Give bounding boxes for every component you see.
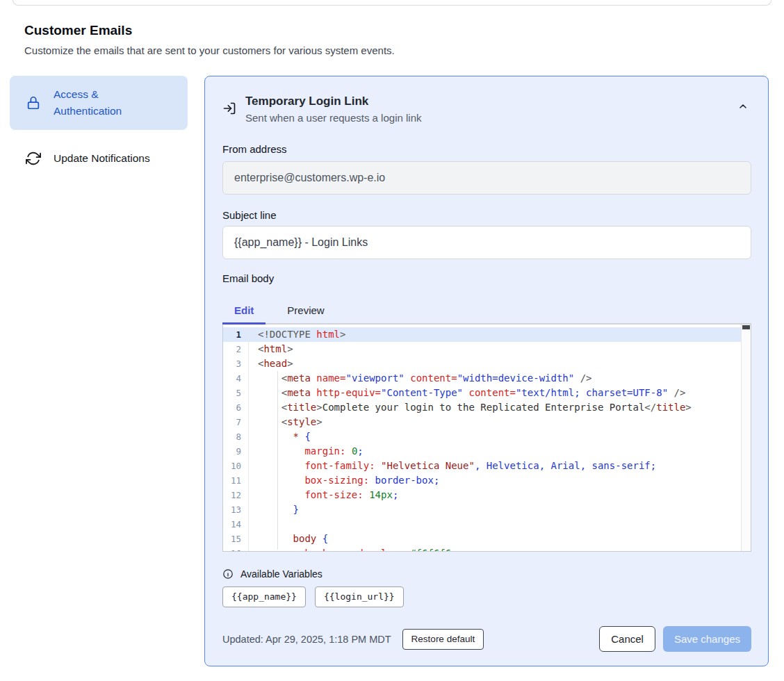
code-line[interactable]: 6 <title>Complete your login to the Repl… [223,400,751,415]
code-line[interactable]: 5 <meta http-equiv="Content-Type" conten… [223,386,751,400]
cancel-button[interactable]: Cancel [599,626,655,652]
panel-footer: Updated: Apr 29, 2025, 1:18 PM MDT Resto… [222,626,751,652]
info-icon [222,568,234,580]
line-number: 13 [223,502,249,517]
available-variables-row: Available Variables [222,568,751,580]
sidebar-item-label: Update Notifications [54,150,150,167]
code-line[interactable]: 16 background-color: #f6f6f6; [223,546,751,552]
line-number: 6 [223,400,249,415]
email-template-panel: Temporary Login Link Sent when a user re… [204,76,769,666]
editor-scrollbar-thumb[interactable] [742,325,750,329]
line-number: 15 [223,532,249,546]
line-number: 16 [223,546,249,552]
panel-title: Temporary Login Link [245,93,735,110]
code-line[interactable]: 12 font-size: 14px; [223,488,751,502]
code-line[interactable]: 10 font-family: "Helvetica Neue", Helvet… [223,459,751,473]
line-number: 8 [223,429,249,444]
sidebar-item-label: Access & Authentication [54,86,144,120]
email-body-tabs: Edit Preview [222,298,751,325]
code-line[interactable]: 7 <style> [223,415,751,429]
variable-chip[interactable]: {{app_name}} [222,586,306,607]
editor-scrollbar[interactable] [741,325,751,551]
page-title: Customer Emails [24,23,784,38]
code-line[interactable]: 2<html> [223,342,751,356]
line-number: 3 [223,356,249,371]
code-line[interactable]: 1<!DOCTYPE html> [223,327,751,342]
lock-icon [26,95,41,110]
refresh-icon [26,151,41,166]
code-line[interactable]: 14 [223,517,751,532]
code-line[interactable]: 4 <meta name="viewport" content="width=d… [223,371,751,386]
previous-card-bottom-edge [13,0,771,6]
line-number: 12 [223,488,249,502]
from-address-input [222,161,751,195]
line-number: 10 [223,459,249,473]
line-number: 1 [223,327,249,342]
code-line[interactable]: 9 margin: 0; [223,444,751,459]
line-number: 2 [223,342,249,356]
sidebar: Access & Authentication Update Notificat… [10,76,188,175]
code-editor-lines: 1<!DOCTYPE html>2<html>3<head>4 <meta na… [223,327,751,552]
collapse-button[interactable] [735,99,751,115]
line-number: 11 [223,473,249,488]
tab-preview[interactable]: Preview [275,298,336,325]
sidebar-item-access-authentication[interactable]: Access & Authentication [10,76,188,130]
code-line[interactable]: 8 * { [223,429,751,444]
chevron-up-icon [737,101,749,114]
line-number: 4 [223,371,249,386]
available-variables-label: Available Variables [240,568,322,580]
panel-subtitle: Sent when a user requests a login link [245,112,735,124]
code-line[interactable]: 11 box-sizing: border-box; [223,473,751,488]
line-number: 14 [223,517,249,532]
subject-line-input[interactable] [222,226,751,259]
code-line[interactable]: 13 } [223,502,751,517]
panel-header: Temporary Login Link Sent when a user re… [222,93,751,124]
save-changes-button[interactable]: Save changes [663,626,751,652]
page-subtitle: Customize the emails that are sent to yo… [24,44,784,56]
variable-chips: {{app_name}}{{login_url}} [222,586,751,607]
variable-chip[interactable]: {{login_url}} [315,586,404,607]
from-address-label: From address [222,143,751,155]
log-in-icon [222,101,236,115]
main-layout: Access & Authentication Update Notificat… [10,76,769,666]
updated-timestamp: Updated: Apr 29, 2025, 1:18 PM MDT [222,634,391,645]
code-line[interactable]: 15 body { [223,532,751,546]
line-number: 5 [223,386,249,400]
line-number: 9 [223,444,249,459]
code-editor[interactable]: 1<!DOCTYPE html>2<html>3<head>4 <meta na… [222,325,751,552]
line-number: 7 [223,415,249,429]
subject-line-label: Subject line [222,209,751,221]
email-body-label: Email body [222,272,751,284]
sidebar-item-update-notifications[interactable]: Update Notifications [10,142,188,175]
tab-edit[interactable]: Edit [222,298,266,325]
code-line[interactable]: 3<head> [223,356,751,371]
restore-default-button[interactable]: Restore default [402,629,484,650]
